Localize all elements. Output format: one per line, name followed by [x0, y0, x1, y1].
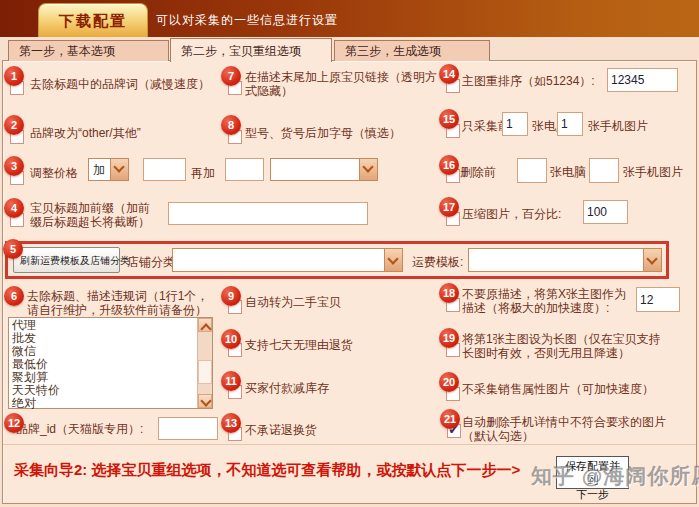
badge-13: 13: [221, 413, 241, 433]
chevron-down-icon[interactable]: [110, 159, 128, 180]
main-image-as-desc-input[interactable]: [636, 287, 680, 312]
watermark-text: 知乎 @海阔你所愿: [531, 462, 699, 490]
chevron-down-icon[interactable]: [359, 159, 377, 180]
brand-id-input[interactable]: [158, 417, 218, 440]
option-2-label: 品牌改为“other/其他”: [30, 125, 141, 142]
scroll-down-icon[interactable]: [198, 394, 212, 408]
price-again-label: 再加: [191, 165, 215, 182]
option-3-label: 调整价格: [30, 165, 78, 182]
wizard-hint-text: 采集向导2: 选择宝贝重组选项，不知道选可查看帮助，或按默认点下一步一>: [14, 461, 520, 480]
badge-20: 20: [439, 372, 459, 392]
option-18-label-line2: 描述（将极大的加快速度）:: [462, 300, 609, 317]
option-7-label-line2: 式隐藏）: [245, 83, 293, 100]
option-15-suffix-label: 张手机图片: [588, 118, 648, 135]
option-14-label: 主图重排序（如51234）:: [462, 73, 595, 90]
tab-step1[interactable]: 第一步，基本选项: [8, 40, 169, 61]
refresh-freight-button[interactable]: 刷新运费模板及店铺分类: [13, 247, 120, 273]
window-title-tab[interactable]: 下载配置: [38, 3, 148, 37]
listbox-scrollbar[interactable]: [197, 318, 212, 408]
badge-17: 17: [439, 197, 459, 217]
badge-7: 7: [221, 66, 241, 86]
banned-word-item[interactable]: 绝对: [12, 397, 36, 410]
chevron-down-icon[interactable]: [643, 249, 661, 271]
option-4-label-line2: 缀后标题超长将截断）: [30, 214, 150, 231]
tab-step2[interactable]: 第二步，宝贝重组选项: [170, 38, 332, 62]
scrollbar-thumb[interactable]: [198, 360, 212, 384]
option-11-label: 买家付款减库存: [245, 380, 329, 397]
badge-5: 5: [3, 239, 23, 259]
price-again-input[interactable]: [225, 158, 264, 181]
delete-phone-count-input[interactable]: [589, 158, 619, 183]
option-10-label: 支持七天无理由退货: [245, 337, 353, 354]
option-21-label-line2: （默认勾选）: [462, 428, 534, 445]
download-config-window: 下载配置 可以对采集的一些信息进行设置 第一步，基本选项 第二步，宝贝重组选项 …: [0, 0, 699, 507]
collect-pc-count-input[interactable]: [502, 112, 528, 136]
badge-18: 18: [439, 283, 459, 303]
badge-11: 11: [221, 371, 241, 391]
badge-8: 8: [221, 115, 241, 135]
option-13-label: 不承诺退换货: [245, 422, 317, 439]
option-8-label: 型号、货号后加字母（慎选）: [245, 125, 401, 142]
badge-2: 2: [4, 115, 24, 135]
option-16-label: 删除前: [460, 164, 496, 181]
badge-16: 16: [439, 155, 459, 175]
tab-step3[interactable]: 第三步，生成选项: [334, 40, 490, 61]
badge-3: 3: [4, 156, 24, 176]
badge-14: 14: [439, 64, 459, 84]
badge-10: 10: [221, 329, 241, 349]
badge-4: 4: [4, 198, 24, 218]
badge-9: 9: [221, 286, 241, 306]
price-adjust-input[interactable]: [143, 158, 186, 181]
option-20-label: 不采集销售属性图片（可加快速度）: [462, 381, 654, 398]
badge-15: 15: [439, 109, 459, 129]
price-mode2-select[interactable]: [270, 158, 378, 181]
badge-21: 21: [440, 409, 460, 429]
option-1-label: 去除标题中的品牌词（减慢速度）: [30, 76, 210, 93]
scroll-up-icon[interactable]: [198, 318, 212, 332]
badge-6: 6: [4, 286, 24, 306]
freight-template-select[interactable]: [468, 248, 662, 272]
badge-1: 1: [4, 66, 24, 86]
collect-phone-count-input[interactable]: [557, 112, 583, 136]
header-bar: 下载配置 可以对采集的一些信息进行设置: [0, 0, 699, 37]
price-mode-select[interactable]: 加: [88, 158, 129, 181]
option-16-suffix-label: 张手机图片: [623, 164, 683, 181]
title-prefix-input[interactable]: [168, 202, 368, 225]
footer-divider: [3, 444, 696, 445]
freight-template-label: 运费模板:: [412, 254, 463, 271]
option-16-mid-label: 张电脑: [550, 164, 586, 181]
price-mode-value: 加: [93, 162, 105, 179]
badge-12: 12: [4, 413, 24, 433]
badge-19: 19: [439, 328, 459, 348]
option-17-label: 压缩图片，百分比:: [462, 206, 561, 223]
option-19-label-line2: 长图时有效，否则无用且降速）: [462, 345, 630, 362]
delete-pc-count-input[interactable]: [517, 158, 547, 183]
shop-category-label: 店铺分类:: [127, 254, 178, 271]
header-subtitle: 可以对采集的一些信息进行设置: [156, 12, 338, 29]
chevron-down-icon[interactable]: [384, 249, 402, 271]
compress-percent-input[interactable]: [583, 200, 628, 224]
option-12-label: 品牌_id（天猫版专用）:: [16, 421, 143, 438]
banned-words-listbox[interactable]: 代理 批发 微信 最低价 聚划算 天天特价 绝对: [8, 317, 213, 409]
image-reorder-input[interactable]: [607, 68, 678, 92]
option-9-label: 自动转为二手宝贝: [245, 294, 341, 311]
shop-category-select[interactable]: [172, 248, 403, 272]
